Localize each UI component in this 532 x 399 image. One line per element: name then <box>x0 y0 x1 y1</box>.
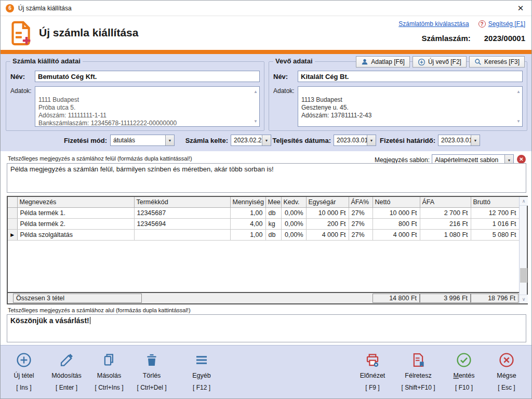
table-cell[interactable]: db <box>265 207 281 218</box>
table-cell[interactable]: 1,00 <box>230 229 265 240</box>
menu-icon <box>193 352 210 368</box>
table-cell[interactable]: 5 080 Ft <box>471 229 519 240</box>
table-cell[interactable]: 12 700 Ft <box>471 207 519 218</box>
table-cell[interactable]: 800 Ft <box>373 218 420 229</box>
table-cell[interactable]: 10 000 Ft <box>306 207 349 218</box>
table-cell[interactable]: 2 700 Ft <box>420 207 471 218</box>
copy-icon <box>101 352 117 368</box>
chevron-down-icon[interactable]: ▼ <box>471 135 480 145</box>
table-cell[interactable]: 4,00 <box>230 218 265 229</box>
row-selector[interactable] <box>8 207 17 218</box>
table-cell[interactable]: 1,00 <box>230 207 265 218</box>
table-cell[interactable]: Példa termék 1. <box>17 207 134 218</box>
row-selector[interactable]: ▶ <box>8 229 17 240</box>
table-row[interactable]: Példa termék 2.123456944,00kg0,00%200 Ft… <box>8 218 519 229</box>
clear-template-icon[interactable]: ✕ <box>517 155 526 164</box>
new-item-button[interactable]: Új tétel [ Ins ] <box>3 352 45 391</box>
chevron-down-icon[interactable]: ▼ <box>262 135 271 145</box>
col-mee[interactable]: Mee. <box>265 197 281 207</box>
close-icon[interactable]: ✕ <box>515 3 526 14</box>
new-customer-button[interactable]: Új vevő [F2] <box>413 56 467 68</box>
save-shortcut: [ F10 ] <box>455 384 473 391</box>
payment-deadline-select[interactable]: 2023.03.01. ▼ <box>438 135 480 146</box>
table-cell[interactable]: 27% <box>349 207 373 218</box>
table-cell[interactable]: 1 016 Ft <box>471 218 519 229</box>
grid-scrollbar[interactable]: ∧ ∨ <box>519 197 527 303</box>
scroll-down-icon[interactable]: ▼ <box>254 117 258 125</box>
szamlatomb-link[interactable]: Számlatömb kiválasztása <box>398 20 469 28</box>
customer-sheet-button[interactable]: Adatlap [F6] <box>356 56 410 68</box>
chevron-down-icon[interactable]: ▼ <box>367 135 376 145</box>
fulfillment-date-label: Teljesítés dátuma: <box>271 137 331 144</box>
table-cell[interactable] <box>134 229 230 240</box>
col-kedv[interactable]: Kedv. <box>281 197 306 207</box>
customer-details-textarea[interactable]: 1113 Budapest Gesztenye u. 45. Adószám: … <box>298 86 523 127</box>
table-cell[interactable]: db <box>265 229 281 240</box>
top-comment-textarea[interactable]: Példa megjegyzés a számlán felül, bármil… <box>7 163 526 193</box>
fulfillment-date-select[interactable]: 2023.03.01. ▼ <box>334 135 376 146</box>
scrollbar-thumb[interactable] <box>520 268 527 283</box>
payment-method-select[interactable]: átutalás ▼ <box>110 135 175 146</box>
table-row[interactable]: Példa termék 1.123456871,00db0,00%10 000… <box>8 207 519 218</box>
customer-name-input[interactable]: Kitalált Cég Bt. <box>298 71 523 82</box>
table-cell[interactable]: 0,00% <box>281 218 306 229</box>
table-cell[interactable]: 4 000 Ft <box>306 229 349 240</box>
scroll-up-icon[interactable]: ▲ <box>254 88 258 96</box>
app-window: 6 Új számla kiállítása ✕ Új számla kiáll… <box>0 0 532 399</box>
table-cell[interactable]: 0,00% <box>281 207 306 218</box>
scroll-up-icon[interactable]: ▲ <box>516 88 521 96</box>
col-megnevezes[interactable]: Megnevezés <box>17 197 134 207</box>
save-button[interactable]: Mentés [ F10 ] <box>443 352 485 391</box>
row-selector-header <box>8 197 17 207</box>
scroll-down-icon[interactable]: ▼ <box>516 117 521 125</box>
table-cell[interactable]: 0,00% <box>281 229 306 240</box>
issuer-name-input[interactable]: Bemutató Cég Kft. <box>35 71 260 82</box>
row-selector[interactable] <box>8 218 17 229</box>
issuer-details-label: Adatok: <box>10 86 35 127</box>
table-cell[interactable]: 27% <box>349 229 373 240</box>
table-cell[interactable]: Példa termék 2. <box>17 218 134 229</box>
table-cell[interactable]: 12345694 <box>134 218 230 229</box>
table-cell[interactable]: Példa szolgáltatás <box>17 229 134 240</box>
help-link[interactable]: Segítség [F1] <box>488 20 525 28</box>
table-row[interactable]: ▶Példa szolgáltatás1,00db0,00%4 000 Ft27… <box>8 229 519 240</box>
table-cell[interactable]: 1 080 Ft <box>420 229 471 240</box>
col-afa[interactable]: ÁFA <box>420 197 471 207</box>
col-brutto[interactable]: Bruttó <box>471 197 519 207</box>
col-mennyiseg[interactable]: Mennyiség <box>230 197 265 207</box>
col-netto[interactable]: Nettó <box>373 197 420 207</box>
delete-button[interactable]: Törlés [ Ctrl+Del ] <box>131 352 172 391</box>
cancel-label: Mégse <box>497 372 516 379</box>
table-cell[interactable]: 216 Ft <box>420 218 471 229</box>
issuer-details-textarea[interactable]: 1111 Budapest Próba utca 5. Adószám: 111… <box>35 86 260 127</box>
table-cell[interactable]: 10 000 Ft <box>373 207 420 218</box>
set-aside-button[interactable]: Félretesz [ Shift+F10 ] <box>394 352 442 391</box>
table-header-row: Megnevezés Termékkód Mennyiség Mee. Kedv… <box>8 197 519 207</box>
scroll-down-icon[interactable]: ∨ <box>520 295 528 303</box>
table-cell[interactable]: 12345687 <box>134 207 230 218</box>
table-cell[interactable]: 4 000 Ft <box>373 229 420 240</box>
search-customer-button[interactable]: Keresés [F3] <box>469 56 525 68</box>
bottom-toolbar: Új tétel [ Ins ] Módosítás [ Enter ] Más… <box>1 345 531 399</box>
chevron-down-icon[interactable]: ▼ <box>165 135 174 145</box>
other-button[interactable]: Egyéb [ F12 ] <box>181 352 222 391</box>
plus-circle-icon <box>418 58 425 66</box>
search-icon <box>474 58 482 65</box>
col-termekkod[interactable]: Termékkód <box>134 197 230 207</box>
modify-button[interactable]: Módosítás [ Enter ] <box>46 352 87 391</box>
table-cell[interactable]: 27% <box>349 218 373 229</box>
copy-button[interactable]: Másolás [ Ctrl+Ins ] <box>88 352 130 391</box>
invoice-date-select[interactable]: 2023.02.21. ▼ <box>231 135 271 146</box>
scroll-up-icon[interactable]: ∧ <box>520 197 528 206</box>
preview-button[interactable]: Előnézet [ F9 ] <box>352 352 393 391</box>
modify-shortcut: [ Enter ] <box>56 384 77 391</box>
col-egysegar[interactable]: Egységár <box>306 197 349 207</box>
table-cell[interactable]: 200 Ft <box>306 218 349 229</box>
new-customer-label: Új vevő [F2] <box>428 58 461 65</box>
table-cell[interactable]: kg <box>265 218 281 229</box>
summary-label: Összesen 3 tétel <box>13 294 142 303</box>
bottom-comment-textarea[interactable]: Köszönjük a vásárlást! <box>7 314 526 342</box>
col-afa-pct[interactable]: ÁFA% <box>349 197 373 207</box>
cancel-button[interactable]: Mégse [ Esc ] <box>486 352 527 391</box>
payment-deadline-label: Fizetési határidő: <box>376 137 435 144</box>
